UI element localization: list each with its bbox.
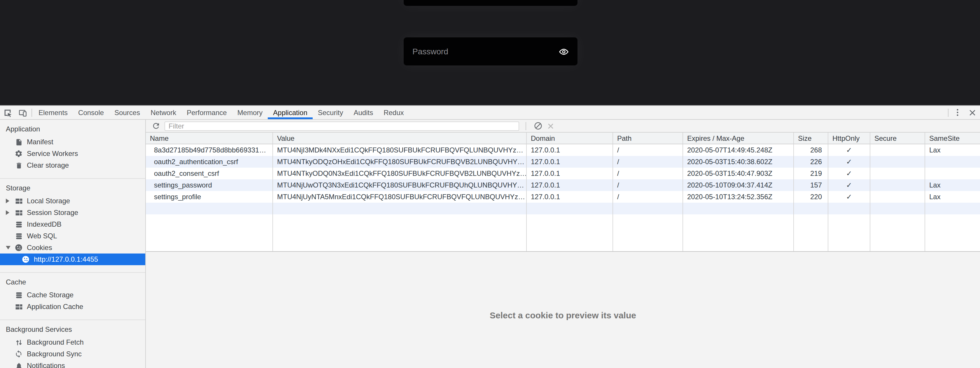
cell-samesite: [925, 168, 980, 179]
tab-sources[interactable]: Sources: [109, 106, 145, 119]
column-header-httponly[interactable]: HttpOnly: [828, 133, 870, 144]
column-header-value[interactable]: Value: [273, 133, 527, 144]
cell-secure: [870, 191, 925, 203]
sidebar-item-local-storage[interactable]: Local Storage: [0, 195, 145, 207]
sidebar-item-cookie-origin-selected[interactable]: http://127.0.0.1:4455: [0, 253, 145, 265]
cell-domain: 127.0.0.1: [527, 191, 613, 203]
tab-console[interactable]: Console: [73, 106, 109, 119]
expand-arrow-icon[interactable]: [6, 210, 14, 215]
tabbar-divider: [32, 108, 32, 117]
cell-path: /: [613, 144, 683, 156]
screenshot-root: Password: [0, 0, 980, 368]
cookie-row[interactable]: settings_password MTU4NjUwOTQ3N3xEdi1CQk…: [146, 179, 980, 191]
sidebar-item-label: Background Fetch: [27, 338, 84, 346]
tab-performance[interactable]: Performance: [181, 106, 232, 119]
tab-network[interactable]: Network: [145, 106, 181, 119]
cell-domain: 127.0.0.1: [527, 156, 613, 168]
tab-redux[interactable]: Redux: [378, 106, 409, 119]
login-identifier-field[interactable]: [404, 0, 578, 6]
column-header-secure[interactable]: Secure: [870, 133, 925, 144]
section-header-cache: Cache: [0, 273, 145, 289]
inspect-element-icon[interactable]: [0, 106, 15, 119]
tabbar-right-divider: [948, 108, 948, 117]
cell-samesite: Lax: [925, 144, 980, 156]
sidebar-item-cache-storage[interactable]: Cache Storage: [0, 289, 145, 301]
cookies-table: Name Value Domain Path Expires / Max-Age…: [146, 133, 980, 252]
sidebar-item-service-workers[interactable]: Service Workers: [0, 148, 145, 160]
close-devtools-icon[interactable]: [965, 106, 980, 119]
tab-memory[interactable]: Memory: [232, 106, 268, 119]
cell-path: /: [613, 179, 683, 191]
cell-value: MTU4NTkyODQ0N3xEdi1CQkFFQ180SUFBUkFCRUFB…: [273, 168, 527, 179]
column-header-domain[interactable]: Domain: [527, 133, 613, 144]
password-field-wrapper: Password: [404, 37, 578, 66]
sidebar-item-session-storage[interactable]: Session Storage: [0, 207, 145, 218]
sidebar-section-background-services: Background Services Background Fetch Bac…: [0, 320, 145, 368]
tab-audits[interactable]: Audits: [348, 106, 378, 119]
cookie-filter-input[interactable]: [164, 121, 519, 131]
sidebar-item-label: Web SQL: [27, 232, 57, 240]
trash-icon: [14, 161, 23, 170]
cell-name: settings_profile: [146, 191, 273, 203]
database-icon: [14, 220, 23, 229]
sidebar-item-label: Application Cache: [27, 302, 83, 311]
cookie-row[interactable]: settings_profile MTU4NjUyNTA5MnxEdi1CQkF…: [146, 191, 980, 203]
password-input[interactable]: Password: [412, 47, 559, 56]
sidebar-item-background-sync[interactable]: Background Sync: [0, 348, 145, 360]
sidebar-item-web-sql[interactable]: Web SQL: [0, 230, 145, 242]
sidebar-item-label: Cookies: [27, 243, 52, 252]
tab-elements[interactable]: Elements: [33, 106, 73, 119]
storage-table-icon: [14, 196, 23, 206]
sidebar-item-label: IndexedDB: [27, 220, 62, 229]
delete-selected-cookie-icon[interactable]: [544, 120, 557, 132]
sidebar-item-application-cache[interactable]: Application Cache: [0, 301, 145, 312]
sidebar-item-label: Clear storage: [27, 161, 69, 170]
section-header-background-services: Background Services: [0, 320, 145, 336]
tab-security[interactable]: Security: [313, 106, 348, 119]
column-header-samesite[interactable]: SameSite: [925, 133, 980, 144]
cell-httponly-checkmark: ✓: [828, 144, 870, 156]
sidebar-item-manifest[interactable]: Manifest: [0, 136, 145, 148]
cell-secure: [870, 168, 925, 179]
tab-application[interactable]: Application: [268, 106, 312, 119]
collapse-arrow-icon[interactable]: [6, 246, 14, 250]
clear-all-cookies-icon[interactable]: [531, 120, 544, 132]
sidebar-item-label: Session Storage: [27, 208, 78, 217]
cookie-row[interactable]: 8a3d27185b49d7758d8bb669331… MTU4NjI3MDk…: [146, 144, 980, 156]
cell-path: /: [613, 191, 683, 203]
cell-size: 219: [794, 168, 828, 179]
cookies-toolbar: [146, 120, 980, 133]
cell-path: /: [613, 168, 683, 179]
devtools-tabbar: Elements Console Sources Network Perform…: [0, 106, 980, 120]
section-header-application: Application: [0, 120, 145, 136]
application-sidebar: Application Manifest Service Workers: [0, 120, 146, 368]
cell-value: MTU4NjI3MDk4NXxEdi1CQkFFQ180SUFBUkFCRUFB…: [273, 144, 527, 156]
cookie-row[interactable]: oauth2_consent_csrf MTU4NTkyODQ0N3xEdi1C…: [146, 168, 980, 179]
sidebar-item-clear-storage[interactable]: Clear storage: [0, 160, 145, 171]
column-header-size[interactable]: Size: [794, 133, 828, 144]
column-header-path[interactable]: Path: [613, 133, 683, 144]
cell-httponly-checkmark: ✓: [828, 168, 870, 179]
device-toolbar-icon[interactable]: [15, 106, 30, 119]
cell-size: 157: [794, 179, 828, 191]
sidebar-item-notifications[interactable]: Notifications: [0, 360, 145, 368]
cookie-row[interactable]: oauth2_authentication_csrf MTU4NTkyODQzO…: [146, 156, 980, 168]
sidebar-item-label: Manifest: [27, 138, 53, 146]
refresh-icon[interactable]: [150, 120, 162, 132]
column-header-name[interactable]: Name: [146, 133, 273, 144]
sidebar-item-background-fetch[interactable]: Background Fetch: [0, 336, 145, 348]
devtools-panel: Elements Console Sources Network Perform…: [0, 105, 980, 368]
cell-secure: [870, 144, 925, 156]
more-options-kebab-icon[interactable]: [950, 106, 965, 119]
sidebar-item-cookies[interactable]: Cookies: [0, 242, 145, 253]
expand-arrow-icon[interactable]: [6, 198, 14, 203]
toolbar-divider: [526, 122, 526, 130]
sidebar-section-application: Application Manifest Service Workers: [0, 120, 145, 178]
cell-value: MTU4NTkyODQzOHxEdi1CQkFFQ180SUFBUkFCRUFB…: [273, 156, 527, 168]
cell-expires: 2020-05-10T13:24:52.356Z: [683, 191, 794, 203]
show-password-eye-icon[interactable]: [559, 46, 569, 56]
sidebar-item-label: Background Sync: [27, 350, 82, 358]
sidebar-item-indexeddb[interactable]: IndexedDB: [0, 218, 145, 230]
column-header-expires[interactable]: Expires / Max-Age: [683, 133, 794, 144]
preview-placeholder-text: Select a cookie to preview its value: [490, 310, 636, 320]
